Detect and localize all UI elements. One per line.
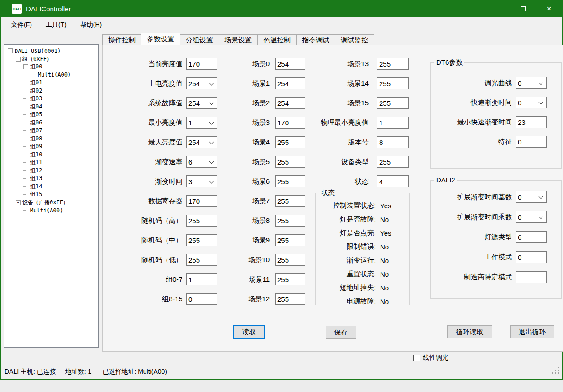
tree-collapse-icon[interactable]: - (23, 64, 28, 69)
tab-debug-monitor[interactable]: 调试监控 (335, 34, 374, 45)
tree-item[interactable]: 组15 (4, 191, 98, 199)
field-input[interactable] (516, 251, 547, 263)
tree-collapse-icon[interactable]: - (16, 200, 21, 205)
tree-item[interactable]: -组（0xFF） (4, 55, 98, 63)
field-input[interactable] (516, 271, 547, 283)
tree-item-label[interactable]: 组11 (30, 159, 42, 166)
dropdown-select[interactable]: 6 (186, 156, 217, 168)
field-input[interactable] (275, 234, 305, 246)
dropdown-select[interactable]: 0 (516, 97, 547, 108)
tree-item-label[interactable]: 组04 (30, 103, 42, 111)
field-input[interactable] (186, 215, 217, 227)
dropdown-select[interactable]: 0 (516, 211, 547, 223)
tree-item[interactable]: -设备（广播0xFF） (4, 199, 98, 207)
field-input[interactable] (275, 195, 305, 207)
tree-item[interactable]: 组09 (4, 143, 98, 151)
close-button[interactable]: ✕ (536, 0, 562, 17)
field-input[interactable] (516, 231, 547, 243)
field-input[interactable] (377, 97, 409, 109)
exit-loop-button[interactable]: 退出循环 (510, 325, 554, 338)
field-input[interactable] (186, 195, 217, 207)
tree-item-label[interactable]: 组（0xFF） (22, 55, 52, 63)
menu-tools[interactable]: 工具(T) (39, 19, 73, 31)
tree-collapse-icon[interactable]: - (16, 57, 21, 62)
tree-item[interactable]: Multi(A00) (4, 71, 98, 79)
save-button[interactable]: 保存 (326, 326, 356, 339)
minimize-button[interactable]: ─ (484, 0, 510, 17)
tree-item-label[interactable]: 组08 (30, 135, 42, 143)
tree-collapse-icon[interactable]: - (8, 48, 13, 53)
tree-item[interactable]: 组13 (4, 175, 98, 183)
tree-item[interactable]: 组11 (4, 159, 98, 167)
tree-item[interactable]: 组06 (4, 119, 98, 127)
tab-operation-control[interactable]: 操作控制 (102, 34, 141, 45)
tab-color-temperature[interactable]: 色温控制 (257, 34, 297, 45)
loop-read-button[interactable]: 循环读取 (447, 325, 492, 338)
tree-item-label[interactable]: 组07 (30, 127, 42, 134)
field-input[interactable] (377, 58, 409, 70)
tree-item[interactable]: 组01 (4, 79, 98, 87)
dropdown-select[interactable]: 254 (186, 97, 217, 109)
tree-item-label[interactable]: 组12 (30, 167, 42, 175)
tree-item-label[interactable]: 组13 (30, 175, 42, 182)
tree-item[interactable]: 组12 (4, 167, 98, 175)
tree-item[interactable]: 组05 (4, 111, 98, 119)
tree-item-label[interactable]: Multi(A00) (30, 207, 63, 214)
tree-item-label[interactable]: 组15 (30, 191, 42, 198)
dropdown-select[interactable]: 0 (516, 77, 547, 89)
field-input[interactable] (377, 175, 409, 187)
tree-item[interactable]: Multi(A00) (4, 206, 98, 215)
resize-grip[interactable] (552, 367, 559, 374)
field-input[interactable] (377, 156, 409, 168)
tree-item-label[interactable]: 设备（广播0xFF） (22, 199, 68, 206)
dropdown-select[interactable]: 1 (186, 117, 217, 129)
field-input[interactable] (377, 117, 409, 129)
dropdown-select[interactable]: 254 (186, 77, 217, 89)
field-input[interactable] (275, 293, 305, 305)
field-input[interactable] (186, 234, 217, 246)
tree-item[interactable]: 组07 (4, 127, 98, 135)
tree-item-label[interactable]: Multi(A00) (38, 72, 71, 78)
field-input[interactable] (186, 58, 217, 70)
tree-item-label[interactable]: 组14 (30, 183, 42, 191)
checkbox-box-icon[interactable] (413, 355, 420, 361)
device-tree[interactable]: -DALI USB(0001)-组（0xFF）-组00Multi(A00)组01… (4, 44, 99, 348)
tree-item[interactable]: 组08 (4, 135, 98, 143)
tree-item-label[interactable]: 组01 (30, 79, 42, 87)
tab-scene-settings[interactable]: 场景设置 (219, 34, 258, 45)
tab-grouping-settings[interactable]: 分组设置 (180, 34, 219, 45)
tree-item-label[interactable]: 组05 (30, 111, 42, 119)
menu-help[interactable]: 帮助(H) (73, 19, 109, 31)
tree-item[interactable]: 组14 (4, 183, 98, 191)
tree-item[interactable]: -组00 (4, 63, 98, 71)
tree-item-label[interactable]: 组02 (30, 87, 42, 95)
field-input[interactable] (377, 77, 409, 89)
menu-file[interactable]: 文件(F) (4, 19, 39, 31)
field-input[interactable] (275, 215, 305, 227)
tree-item[interactable]: 组03 (4, 95, 98, 103)
tree-item-label[interactable]: 组03 (30, 95, 42, 103)
read-button[interactable]: 读取 (233, 325, 265, 339)
field-input[interactable] (186, 254, 217, 266)
field-input[interactable] (275, 273, 305, 285)
tab-command-debug[interactable]: 指令调试 (296, 34, 335, 45)
dropdown-select[interactable]: 0 (516, 191, 547, 203)
tree-item-label[interactable]: 组00 (30, 63, 42, 71)
dropdown-select[interactable]: 3 (186, 175, 217, 187)
tree-item[interactable]: 组10 (4, 151, 98, 159)
field-input[interactable] (516, 136, 547, 148)
field-input[interactable] (377, 136, 409, 148)
tree-item[interactable]: -DALI USB(0001) (4, 47, 98, 55)
field-input[interactable] (186, 293, 217, 305)
tree-item[interactable]: 组04 (4, 103, 98, 111)
maximize-button[interactable] (510, 0, 536, 17)
linear-dimming-checkbox[interactable]: 线性调光 (413, 354, 448, 362)
field-input[interactable] (516, 116, 547, 128)
dropdown-select[interactable]: 254 (186, 136, 217, 148)
tree-item[interactable]: 组02 (4, 87, 98, 95)
tree-item-label[interactable]: DALI USB(0001) (15, 48, 61, 54)
tree-item-label[interactable]: 组06 (30, 119, 42, 127)
field-input[interactable] (186, 273, 217, 285)
tree-item-label[interactable]: 组10 (30, 151, 42, 159)
field-input[interactable] (275, 254, 305, 266)
